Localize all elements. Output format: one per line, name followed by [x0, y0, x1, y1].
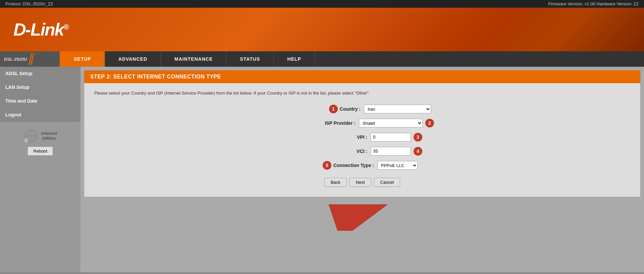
sidebar-item-time-and-date[interactable]: Time and Date: [0, 94, 80, 108]
logo: D-Link®: [13, 19, 68, 40]
sidebar-item-adsl-setup[interactable]: ADSL Setup: [0, 67, 80, 80]
step-badge-2: 2: [425, 119, 434, 127]
isp-row: ISP Provider : Shatel Other 2: [94, 119, 630, 127]
isp-label: ISP Provider :: [325, 120, 356, 126]
connection-type-select[interactable]: PPPoE LLC PPPoE VC-Mux PPPoA LLC PPPoA V…: [377, 161, 418, 170]
step-title: STEP 2: SELECT INTERNET CONNECTION TYPE: [84, 70, 640, 83]
tab-setup[interactable]: SETUP: [60, 51, 105, 67]
tab-advanced[interactable]: ADVANCED: [105, 51, 161, 67]
step-badge-4: 4: [414, 147, 422, 156]
content-box: STEP 2: SELECT INTERNET CONNECTION TYPE …: [84, 70, 641, 197]
cancel-button[interactable]: Cancel: [374, 178, 400, 187]
content-body: Please select your Country and ISP (Inte…: [84, 83, 640, 197]
nav-brand: DSL-2520U: [0, 51, 60, 67]
step-badge-1: 1: [329, 105, 338, 113]
vci-row: VCI : 4: [94, 147, 630, 156]
form-buttons: Back Next Cancel: [94, 178, 630, 187]
conn-label: Connection Type :: [333, 163, 374, 168]
firmware-label: Firmware Version: v1.00 Hardware Version…: [548, 1, 639, 6]
step-badge-3: 3: [414, 133, 422, 142]
svg-text:i: i: [26, 139, 27, 143]
main-layout: ADSL Setup LAN Setup Time and Date Logou…: [0, 67, 644, 272]
vpi-label: VPI :: [357, 134, 367, 140]
product-label: Product: DSL-2520U_Z2: [5, 1, 53, 6]
tab-help[interactable]: HELP: [274, 51, 315, 67]
tab-maintenance[interactable]: MAINTENANCE: [161, 51, 226, 67]
description: Please select your Country and ISP (Inte…: [94, 90, 630, 97]
reboot-button[interactable]: Reboot: [28, 147, 53, 156]
nav-bar: DSL-2520U SETUP ADVANCED MAINTENANCE STA…: [0, 51, 644, 67]
isp-select[interactable]: Shatel Other: [359, 119, 423, 127]
country-label: Country :: [340, 106, 361, 112]
country-select[interactable]: Iran Other: [364, 105, 431, 113]
back-button[interactable]: Back: [324, 178, 347, 187]
content-area: STEP 2: SELECT INTERNET CONNECTION TYPE …: [80, 67, 644, 272]
sidebar-item-logout[interactable]: Logout: [0, 108, 80, 122]
arrow-container: [80, 201, 644, 231]
country-row: 1 Country : Iran Other: [94, 105, 630, 113]
header: D-Link®: [0, 8, 644, 51]
vpi-input[interactable]: [371, 133, 411, 142]
tab-status[interactable]: STATUS: [226, 51, 274, 67]
vci-input[interactable]: [371, 147, 411, 156]
vci-label: VCI :: [357, 149, 367, 154]
sidebar-item-lan-setup[interactable]: LAN Setup: [0, 80, 80, 94]
internet-icon: i: [23, 128, 38, 143]
internet-status: Internet Offline: [41, 131, 57, 141]
vpi-row: VPI : 3: [94, 133, 630, 142]
sidebar: ADSL Setup LAN Setup Time and Date Logou…: [0, 67, 80, 272]
nav-brand-label: DSL-2520U: [4, 57, 27, 62]
next-button[interactable]: Next: [350, 178, 371, 187]
sidebar-info: i Internet Offline Reboot: [0, 122, 80, 162]
top-bar: Product: DSL-2520U_Z2 Firmware Version: …: [0, 0, 644, 8]
step-badge-5: 5: [323, 161, 331, 170]
red-arrow: [325, 201, 399, 231]
connection-row: 5 Connection Type : PPPoE LLC PPPoE VC-M…: [94, 161, 630, 170]
